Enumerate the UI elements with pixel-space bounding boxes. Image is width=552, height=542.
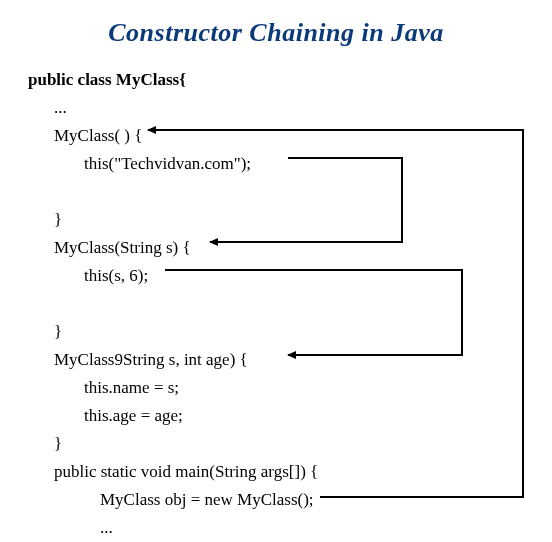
diagram-title: Constructor Chaining in Java — [0, 0, 552, 66]
ellipsis: ... — [28, 94, 552, 122]
constructor-2-signature: MyClass9String s, int age) { — [28, 346, 552, 374]
constructor-1-body: this(s, 6); — [28, 262, 552, 290]
constructor-1-signature: MyClass(String s) { — [28, 234, 552, 262]
blank-line — [28, 178, 552, 206]
main-body: MyClass obj = new MyClass(); — [28, 486, 552, 514]
close-brace: } — [28, 318, 552, 346]
code-block: public class MyClass{ ... MyClass( ) { t… — [0, 66, 552, 542]
constructor-0-body: this("Techvidvan.com"); — [28, 150, 552, 178]
class-declaration: public class MyClass{ — [28, 66, 552, 94]
constructor-2-body-1: this.name = s; — [28, 374, 552, 402]
blank-line — [28, 290, 552, 318]
constructor-0-signature: MyClass( ) { — [28, 122, 552, 150]
close-brace: } — [28, 206, 552, 234]
close-brace: } — [28, 430, 552, 458]
main-signature: public static void main(String args[]) { — [28, 458, 552, 486]
ellipsis: ... — [28, 514, 552, 542]
constructor-2-body-2: this.age = age; — [28, 402, 552, 430]
